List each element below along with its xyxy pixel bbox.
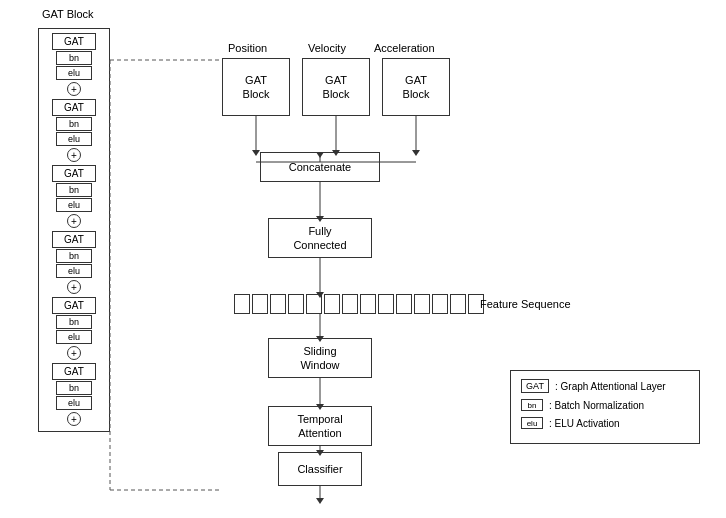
- plus-5: +: [67, 346, 81, 360]
- bn-box-5: bn: [56, 315, 92, 329]
- fully-connected-box: FullyConnected: [268, 218, 372, 258]
- legend-bn-box: bn: [521, 399, 543, 411]
- elu-box-1: elu: [56, 66, 92, 80]
- feature-cell-13: [450, 294, 466, 314]
- gat-box-3: GAT: [52, 165, 96, 182]
- legend-item-gat: GAT : Graph Attentional Layer: [521, 379, 689, 393]
- gat-block-velocity: GATBlock: [302, 58, 370, 116]
- legend-item-bn: bn : Batch Normalization: [521, 399, 689, 411]
- feature-cell-4: [288, 294, 304, 314]
- feature-cell-8: [360, 294, 376, 314]
- plus-2: +: [67, 148, 81, 162]
- gat-box-5: GAT: [52, 297, 96, 314]
- feature-cell-6: [324, 294, 340, 314]
- feature-cell-9: [378, 294, 394, 314]
- legend-elu-box: elu: [521, 417, 543, 429]
- svg-marker-8: [412, 150, 420, 156]
- feature-cell-12: [432, 294, 448, 314]
- gat-box-1: GAT: [52, 33, 96, 50]
- gat-block-acceleration: GATBlock: [382, 58, 450, 116]
- bn-box-4: bn: [56, 249, 92, 263]
- gat-unit-6: GAT bn elu +: [43, 363, 105, 427]
- feature-cell-11: [414, 294, 430, 314]
- legend-gat-box: GAT: [521, 379, 549, 393]
- feature-cell-2: [252, 294, 268, 314]
- classifier-box: Classifier: [278, 452, 362, 486]
- feature-cell-10: [396, 294, 412, 314]
- feature-cell-3: [270, 294, 286, 314]
- feature-cell-7: [342, 294, 358, 314]
- gat-box-2: GAT: [52, 99, 96, 116]
- gat-box-6: GAT: [52, 363, 96, 380]
- elu-box-3: elu: [56, 198, 92, 212]
- gat-block-title: GAT Block: [42, 8, 94, 20]
- concatenate-box: Concatenate: [260, 152, 380, 182]
- bn-box-1: bn: [56, 51, 92, 65]
- bn-box-6: bn: [56, 381, 92, 395]
- bn-box-3: bn: [56, 183, 92, 197]
- gat-unit-2: GAT bn elu +: [43, 99, 105, 163]
- bn-box-2: bn: [56, 117, 92, 131]
- elu-box-4: elu: [56, 264, 92, 278]
- gat-block-position: GATBlock: [222, 58, 290, 116]
- plus-6: +: [67, 412, 81, 426]
- plus-3: +: [67, 214, 81, 228]
- sliding-window-box: SlidingWindow: [268, 338, 372, 378]
- legend-box: GAT : Graph Attentional Layer bn : Batch…: [510, 370, 700, 444]
- position-label: Position: [228, 42, 267, 54]
- feature-sequence: [234, 294, 484, 314]
- elu-box-6: elu: [56, 396, 92, 410]
- elu-box-2: elu: [56, 132, 92, 146]
- gat-unit-3: GAT bn elu +: [43, 165, 105, 229]
- gat-unit-5: GAT bn elu +: [43, 297, 105, 361]
- velocity-label: Velocity: [308, 42, 346, 54]
- acceleration-label: Acceleration: [374, 42, 435, 54]
- elu-box-5: elu: [56, 330, 92, 344]
- gat-unit-1: GAT bn elu +: [43, 33, 105, 97]
- feature-cell-5: [306, 294, 322, 314]
- left-gat-block: GAT bn elu + GAT bn elu + GAT bn elu + G…: [38, 28, 110, 432]
- legend-gat-text: : Graph Attentional Layer: [555, 381, 666, 392]
- svg-marker-4: [252, 150, 260, 156]
- legend-bn-text: : Batch Normalization: [549, 400, 644, 411]
- legend-item-elu: elu : ELU Activation: [521, 417, 689, 429]
- temporal-attention-box: TemporalAttention: [268, 406, 372, 446]
- diagram-container: GAT Block GAT bn elu + GAT bn elu + GAT …: [0, 0, 726, 518]
- feature-cell-1: [234, 294, 250, 314]
- svg-marker-23: [316, 498, 324, 504]
- legend-elu-text: : ELU Activation: [549, 418, 620, 429]
- feature-sequence-label: Feature Sequence: [480, 298, 571, 310]
- plus-4: +: [67, 280, 81, 294]
- gat-box-4: GAT: [52, 231, 96, 248]
- plus-1: +: [67, 82, 81, 96]
- gat-unit-4: GAT bn elu +: [43, 231, 105, 295]
